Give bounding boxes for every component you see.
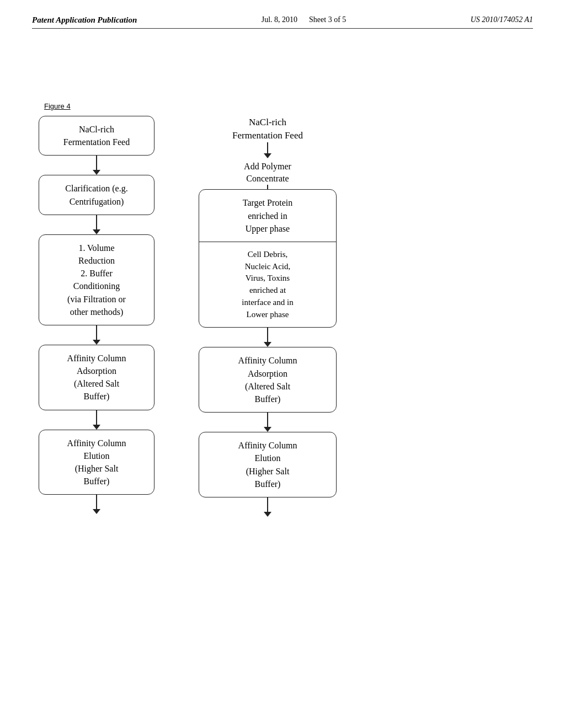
arrow-tip: [264, 512, 271, 517]
figure-label-text: Figure 4: [44, 102, 71, 110]
right-box-4: Affinity Column Elution (Higher Salt Buf…: [199, 432, 337, 497]
right-lower-section: Cell Debris, Nucleic Acid, Virus, Toxins…: [199, 242, 336, 328]
left-box-1: NaCl-rich Fermentation Feed: [39, 116, 154, 156]
arrow-line: [96, 325, 97, 340]
header-divider: [32, 28, 533, 29]
page: Patent Application Publication Jul. 8, 2…: [0, 0, 565, 728]
right-arrow-2: [264, 413, 271, 432]
right-top-label: NaCl-rich Fermentation Feed: [232, 116, 303, 142]
arrow-line: [267, 328, 268, 342]
arrow-1: [93, 156, 100, 175]
header-left: Patent Application Publication: [32, 15, 137, 25]
arrow-2: [93, 215, 100, 234]
right-arrow-3: [264, 497, 271, 517]
right-combined-box: Target Protein enriched in Upper phase C…: [199, 189, 337, 328]
header-sheet: Sheet 3 of 5: [309, 15, 346, 24]
header-right: US 2010/174052 A1: [471, 15, 533, 25]
arrow-3: [93, 325, 100, 345]
header-date: Jul. 8, 2010: [262, 15, 297, 24]
arrow-5: [93, 495, 100, 514]
right-upper-section: Target Protein enriched in Upper phase: [199, 190, 336, 242]
diagram-area: NaCl-rich Fermentation Feed Clarificatio…: [30, 116, 535, 517]
arrow-line: [267, 413, 268, 427]
vert-line-1: [267, 142, 268, 153]
arrow-line: [96, 156, 97, 170]
header: Patent Application Publication Jul. 8, 2…: [0, 0, 565, 25]
arrow-tip: [264, 427, 271, 432]
right-column: NaCl-rich Fermentation Feed Add Polymer …: [199, 116, 337, 517]
left-box-4: Affinity Column Adsorption (Altered Salt…: [39, 345, 154, 410]
arrow-tip: [93, 229, 100, 234]
right-connector-1: [199, 142, 337, 158]
header-center: Jul. 8, 2010 Sheet 3 of 5: [262, 15, 347, 25]
left-box-2: Clarification (e.g. Centrifugation): [39, 175, 154, 215]
right-connector-2: [199, 185, 337, 189]
right-arrow-1: [264, 328, 271, 347]
right-box-3: Affinity Column Adsorption (Altered Salt…: [199, 347, 337, 413]
arrow-line: [267, 497, 268, 512]
left-column: NaCl-rich Fermentation Feed Clarificatio…: [39, 116, 154, 514]
vert-line-2: [267, 185, 268, 189]
arrow-line: [96, 410, 97, 425]
figure-label: Figure 4: [44, 102, 71, 110]
arrow-4: [93, 410, 100, 430]
arrow-line: [96, 215, 97, 229]
left-box-3: 1. Volume Reduction 2. Buffer Conditioni…: [39, 234, 154, 325]
arrow-tip-right: [264, 153, 271, 158]
arrow-tip: [93, 340, 100, 345]
right-add-label: Add Polymer Concentrate: [244, 160, 291, 185]
arrow-tip: [93, 509, 100, 514]
arrow-tip: [93, 425, 100, 430]
arrow-tip: [93, 170, 100, 175]
arrow-tip: [264, 342, 271, 347]
arrow-line: [96, 495, 97, 509]
left-box-5: Affinity Column Elution (Higher Salt Buf…: [39, 430, 154, 495]
